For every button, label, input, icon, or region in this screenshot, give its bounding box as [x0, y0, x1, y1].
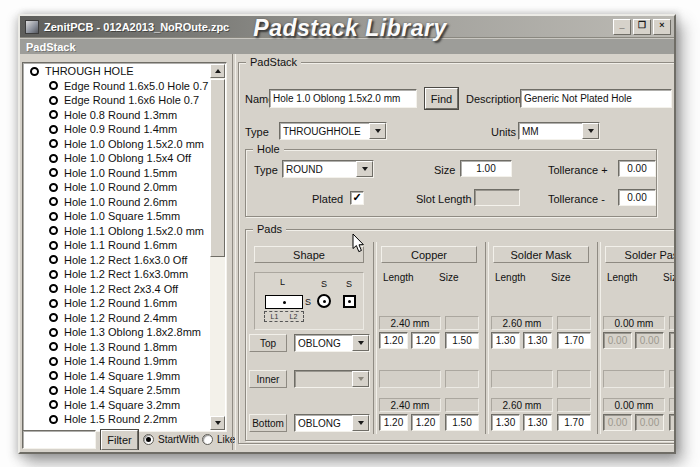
- list-scrollbar[interactable]: [210, 64, 225, 430]
- scroll-down-icon[interactable]: [210, 416, 225, 430]
- hole-size-input[interactable]: [460, 160, 512, 177]
- solder-mask-header: Solder Mask: [493, 246, 589, 263]
- tolerance-minus-input[interactable]: [618, 189, 656, 206]
- close-button-icon[interactable]: ×: [653, 19, 671, 35]
- top-length1-input[interactable]: [379, 332, 408, 349]
- name-input[interactable]: [269, 89, 417, 108]
- bottom-length1-input[interactable]: [491, 414, 520, 431]
- inner-size-display: [669, 370, 674, 388]
- tree-item[interactable]: Hole 0.9 Round 1.4mm: [23, 122, 209, 137]
- chevron-down-icon[interactable]: [356, 161, 373, 177]
- tree-item[interactable]: Hole 1.0 Round 2.6mm: [23, 195, 209, 210]
- filter-button[interactable]: Filter: [101, 430, 138, 450]
- diagram-l2-label: L2: [290, 313, 298, 320]
- tree-item[interactable]: Hole 1.0 Oblong 1.5x4 Off: [23, 151, 209, 166]
- tree-item-label: Hole 1.2 Rect 2x3.4 Off: [64, 283, 178, 295]
- chevron-down-icon[interactable]: [352, 335, 369, 351]
- bottom-total-display: 2.40 mm: [379, 398, 441, 412]
- scrollbar-thumb[interactable]: [210, 79, 225, 257]
- bottom-size-display: [669, 398, 674, 412]
- tree-item[interactable]: Hole 1.1 Oblong 1.5x2.0 mm: [23, 224, 209, 239]
- top-length2-input: [635, 332, 664, 349]
- diagram-l1-label: L1: [271, 313, 279, 320]
- top-total-display: 2.40 mm: [379, 316, 441, 330]
- tree-item[interactable]: Hole 1.1 Round 1.6mm: [23, 238, 209, 253]
- diagram-size-label: S: [321, 279, 327, 289]
- chevron-down-icon[interactable]: [582, 123, 599, 139]
- tree-item[interactable]: Hole 1.0 Oblong 1.5x2.0 mm: [23, 137, 209, 152]
- top-size-display: [445, 316, 479, 330]
- chevron-down-icon[interactable]: [352, 415, 369, 431]
- tree-item[interactable]: Hole 1.3 Round 1.8mm: [23, 340, 209, 355]
- inner-length-display: [379, 370, 441, 388]
- bottom-length2-input[interactable]: [523, 414, 552, 431]
- tree-item[interactable]: Edge Round 1.6x6 Hole 0.7: [23, 93, 209, 108]
- padstack-bullet-icon: [49, 255, 58, 264]
- bottom-length1-input[interactable]: [379, 414, 408, 431]
- tree-item[interactable]: Hole 1.2 Rect 1.6x3.0 Off: [23, 253, 209, 268]
- minimize-button-icon[interactable]: _: [613, 19, 631, 35]
- type-label: Type: [245, 126, 269, 138]
- units-dropdown[interactable]: MM: [518, 122, 600, 140]
- maximize-button-icon[interactable]: ❐: [633, 19, 651, 35]
- tree-item[interactable]: Hole 1.5 Round 2.2mm: [23, 412, 209, 427]
- description-input[interactable]: [520, 89, 672, 108]
- hole-group-label: Hole: [253, 143, 284, 155]
- window-controls: _ ❐ ×: [613, 19, 671, 35]
- plated-checkbox[interactable]: [350, 191, 364, 205]
- hole-type-dropdown[interactable]: ROUND: [282, 160, 374, 178]
- tree-item[interactable]: Hole 1.0 Round 1.5mm: [23, 166, 209, 181]
- padstack-listbox[interactable]: THROUGH HOLE Edge Round 1.6x5.0 Hole 0.7…: [22, 62, 227, 432]
- padstack-bullet-icon: [49, 81, 58, 90]
- top-size-input[interactable]: [445, 332, 479, 349]
- bottom-shape-dropdown[interactable]: OBLONG: [294, 414, 370, 432]
- find-button[interactable]: Find: [425, 88, 458, 109]
- bottom-size-input[interactable]: [557, 414, 591, 431]
- top-shape-dropdown[interactable]: OBLONG: [294, 334, 370, 352]
- tree-item-label: Hole 1.3 Round 1.8mm: [64, 341, 177, 353]
- mouse-cursor-icon: [352, 234, 366, 258]
- tree-item[interactable]: Hole 1.2 Rect 1.6x3.0mm: [23, 267, 209, 282]
- top-length1-input[interactable]: [491, 332, 520, 349]
- plated-label: Plated: [312, 193, 343, 205]
- tree-item[interactable]: Hole 1.4 Square 2.5mm: [23, 383, 209, 398]
- filter-input[interactable]: [22, 430, 96, 449]
- tree-item-label: Hole 1.0 Oblong 1.5x4 Off: [64, 152, 191, 164]
- tree-item[interactable]: Hole 1.3 Oblong 1.8x2.8mm: [23, 325, 209, 340]
- bottom-length2-input[interactable]: [411, 414, 440, 431]
- tree-item[interactable]: Hole 1.0 Square 1.5mm: [23, 209, 209, 224]
- tree-item[interactable]: Hole 1.4 Square 3.2mm: [23, 398, 209, 413]
- top-length2-input[interactable]: [411, 332, 440, 349]
- top-total-display: 0.00 mm: [603, 316, 665, 330]
- top-size-input[interactable]: [557, 332, 591, 349]
- tree-item[interactable]: Hole 1.4 Round 1.9mm: [23, 354, 209, 369]
- menu-padstack[interactable]: PadStack: [26, 41, 76, 53]
- tree-item[interactable]: Hole 1.4 Square 1.9mm: [23, 369, 209, 384]
- tree-item[interactable]: Hole 0.8 Round 1.3mm: [23, 108, 209, 123]
- scroll-up-icon[interactable]: [210, 64, 225, 78]
- chevron-down-icon[interactable]: [369, 123, 386, 139]
- tolerance-plus-input[interactable]: [618, 160, 656, 177]
- radio-like[interactable]: [202, 434, 213, 445]
- tree-item[interactable]: Hole 1.2 Round 1.6mm: [23, 296, 209, 311]
- top-length1-input: [603, 332, 632, 349]
- inner-size-display: [445, 370, 479, 388]
- slot-length-label: Slot Length: [416, 193, 472, 205]
- type-dropdown[interactable]: THROUGHHOLE: [279, 122, 387, 140]
- tree-item[interactable]: Hole 1.2 Rect 2x3.4 Off: [23, 282, 209, 297]
- top-length2-input[interactable]: [523, 332, 552, 349]
- top-total-display: 2.60 mm: [491, 316, 553, 330]
- bottom-size-input[interactable]: [445, 414, 479, 431]
- tree-item-label: Hole 0.8 Round 1.3mm: [64, 109, 177, 121]
- pads-groupbox: Pads Shape L S L1L2 S S Top OB: [245, 229, 674, 441]
- description-label: Description: [466, 93, 521, 105]
- tree-root-item[interactable]: THROUGH HOLE: [23, 64, 209, 79]
- tree-item[interactable]: Hole 1.0 Round 2.0mm: [23, 180, 209, 195]
- tree-item[interactable]: Hole 1.2 Round 2.4mm: [23, 311, 209, 326]
- titlebar[interactable]: ZenitPCB - 012A2013_NoROute.zpc Padstack…: [20, 16, 674, 38]
- tree-item-label: Edge Round 1.6x5.0 Hole 0.7: [64, 80, 208, 92]
- tree-item[interactable]: Edge Round 1.6x5.0 Hole 0.7: [23, 79, 209, 94]
- padstack-bullet-icon: [49, 284, 58, 293]
- radio-startwith[interactable]: [143, 434, 154, 445]
- shape-column-header[interactable]: Shape: [254, 246, 364, 263]
